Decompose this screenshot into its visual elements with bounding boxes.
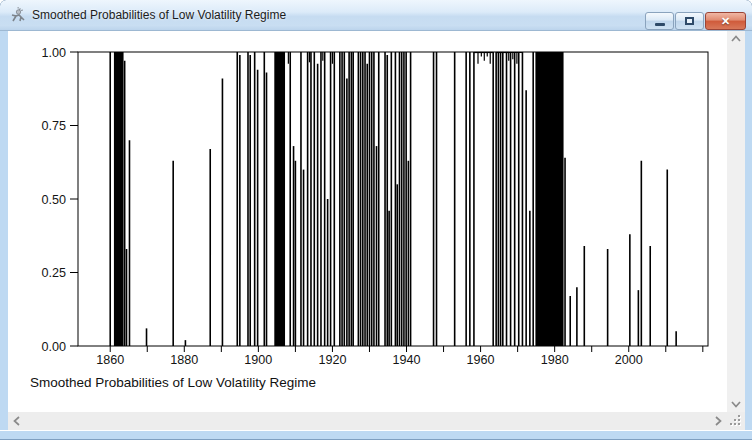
graph-window: Smoothed Probabilities of Low Volatility…: [0, 0, 752, 440]
window-title: Smoothed Probabilities of Low Volatility…: [32, 8, 286, 22]
chart-caption: Smoothed Probabilities of Low Volatility…: [30, 375, 316, 390]
svg-text:2000: 2000: [615, 353, 643, 367]
chevron-left-icon: [13, 416, 21, 426]
chart-svg: 186018801900192019401960198020001.000.75…: [8, 31, 727, 412]
svg-text:1920: 1920: [318, 353, 346, 367]
vertical-scrollbar[interactable]: [727, 31, 745, 412]
svg-text:0.25: 0.25: [41, 266, 66, 280]
close-button[interactable]: ✕: [705, 12, 746, 30]
window-controls: ✕: [644, 12, 746, 30]
minimize-icon: [655, 23, 665, 26]
restore-icon: [685, 17, 694, 25]
svg-text:1960: 1960: [467, 353, 495, 367]
close-icon: ✕: [721, 16, 730, 27]
plot-area: 186018801900192019401960198020001.000.75…: [8, 31, 727, 412]
chevron-right-icon: [714, 416, 722, 426]
window-border-left: [0, 31, 8, 412]
window-border-bottom: [0, 430, 752, 440]
svg-text:0.75: 0.75: [41, 119, 66, 133]
window-border-right: [745, 31, 752, 412]
svg-text:1880: 1880: [170, 353, 198, 367]
scroll-up-button[interactable]: [727, 31, 745, 47]
window-icon: [9, 7, 26, 23]
horizontal-scroll-track[interactable]: [26, 412, 709, 430]
resize-grip-icon: [727, 412, 745, 430]
svg-text:1940: 1940: [393, 353, 421, 367]
svg-text:0.00: 0.00: [41, 340, 66, 354]
scroll-down-button[interactable]: [727, 396, 745, 412]
restore-button[interactable]: [675, 12, 704, 30]
minimize-button[interactable]: [645, 12, 674, 30]
svg-text:0.50: 0.50: [41, 193, 66, 207]
resize-grip[interactable]: [727, 412, 745, 430]
window-border-right-lower: [745, 412, 752, 430]
vertical-scroll-track[interactable]: [727, 47, 745, 396]
scroll-right-button[interactable]: [709, 412, 727, 430]
svg-text:1.00: 1.00: [41, 46, 66, 60]
svg-text:1860: 1860: [96, 353, 124, 367]
chevron-down-icon: [731, 400, 741, 408]
titlebar[interactable]: Smoothed Probabilities of Low Volatility…: [0, 0, 752, 31]
scroll-left-button[interactable]: [8, 412, 26, 430]
svg-text:1980: 1980: [541, 353, 569, 367]
window-border-left-lower: [0, 412, 8, 430]
svg-text:1900: 1900: [244, 353, 272, 367]
horizontal-scrollbar[interactable]: [8, 412, 727, 430]
chevron-up-icon: [731, 35, 741, 43]
